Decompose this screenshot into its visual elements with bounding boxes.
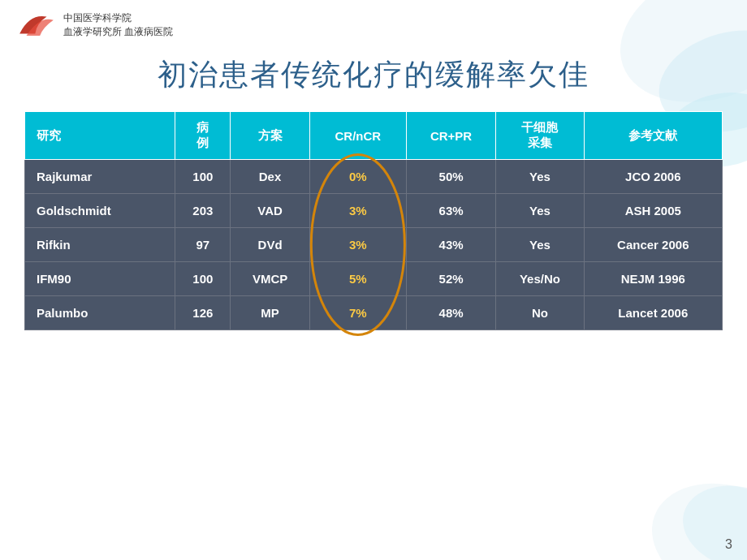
col-header-stem_cell: 干细胞采集 [496,112,584,160]
col-header-reference: 参考文献 [584,112,722,160]
cell-cr_ncr: 3% [309,228,406,262]
col-header-study: 研究 [25,112,175,160]
cell-cr_pr: 52% [406,262,495,296]
cell-study: Rifkin [25,228,175,262]
cell-reference: NEJM 1996 [584,262,722,296]
cell-regimen: MP [231,296,310,330]
cell-study: IFM90 [25,262,175,296]
cell-cases: 203 [175,194,231,228]
cell-regimen: Dex [231,160,310,194]
cell-reference: Cancer 2006 [584,228,722,262]
cell-study: Rajkumar [25,160,175,194]
cell-cr_pr: 48% [406,296,495,330]
cell-stem_cell: Yes [496,228,584,262]
page-number: 3 [725,537,732,552]
cell-cr_pr: 50% [406,160,495,194]
col-header-cr_ncr: CR/nCR [309,112,406,160]
cell-stem_cell: No [496,296,584,330]
logo-text: 中国医学科学院 血液学研究所 血液病医院 [63,11,173,39]
org-line2: 血液学研究所 血液病医院 [63,25,173,39]
col-header-cr_pr: CR+PR [406,112,495,160]
table-row: Palumbo126MP7%48%NoLancet 2006 [25,296,723,330]
col-header-cases: 病例 [175,112,231,160]
cell-reference: JCO 2006 [584,160,722,194]
cell-regimen: VMCP [231,262,310,296]
cell-regimen: VAD [231,194,310,228]
col-header-regimen: 方案 [231,112,310,160]
title-section: 初治患者传统化疗的缓解率欠佳 [0,47,747,111]
header: 中国医学科学院 血液学研究所 血液病医院 [0,0,747,47]
svg-point-4 [673,474,747,560]
cell-cr_pr: 63% [406,194,495,228]
cell-stem_cell: Yes [496,160,584,194]
table-row: Rajkumar100Dex0%50%YesJCO 2006 [25,160,723,194]
cell-reference: ASH 2005 [584,194,722,228]
cell-study: Palumbo [25,296,175,330]
table-container: 研究病例方案CR/nCRCR+PR干细胞采集参考文献 Rajkumar100De… [0,111,747,330]
table-row: IFM90100VMCP5%52%Yes/NoNEJM 1996 [25,262,723,296]
cell-regimen: DVd [231,228,310,262]
main-title: 初治患者传统化疗的缓解率欠佳 [16,55,731,95]
cell-stem_cell: Yes/No [496,262,584,296]
cell-reference: Lancet 2006 [584,296,722,330]
logo-area: 中国医学科学院 血液学研究所 血液病医院 [16,10,173,41]
cell-cr_ncr: 5% [309,262,406,296]
cell-stem_cell: Yes [496,194,584,228]
cell-cr_ncr: 7% [309,296,406,330]
cell-cases: 100 [175,262,231,296]
cell-cases: 100 [175,160,231,194]
cell-cases: 97 [175,228,231,262]
cell-cases: 126 [175,296,231,330]
cell-cr_pr: 43% [406,228,495,262]
data-table: 研究病例方案CR/nCRCR+PR干细胞采集参考文献 Rajkumar100De… [24,111,723,330]
cell-cr_ncr: 0% [309,160,406,194]
logo-icon [16,10,57,41]
org-line1: 中国医学科学院 [63,11,173,25]
cell-study: Goldschmidt [25,194,175,228]
cell-cr_ncr: 3% [309,194,406,228]
table-row: Goldschmidt203VAD3%63%YesASH 2005 [25,194,723,228]
table-row: Rifkin97DVd3%43%YesCancer 2006 [25,228,723,262]
